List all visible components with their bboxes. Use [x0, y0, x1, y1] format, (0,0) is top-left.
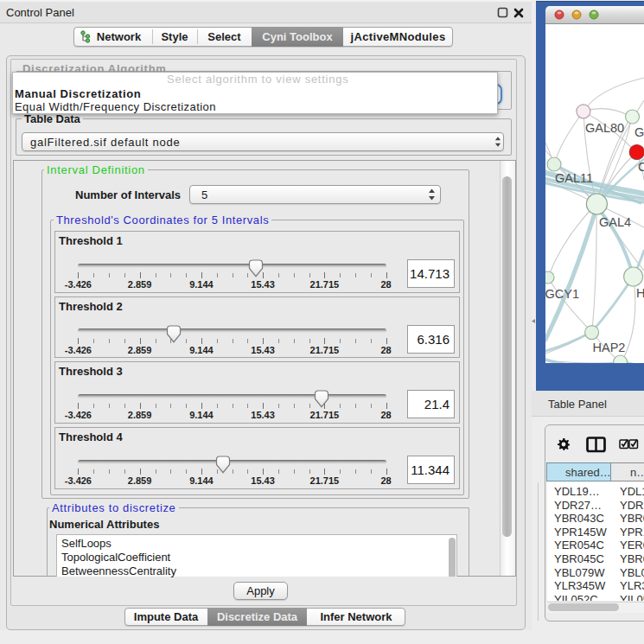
svg-text:C: C [638, 160, 644, 174]
svg-text:GCY1: GCY1 [545, 287, 579, 301]
svg-text:GAL11: GAL11 [555, 171, 593, 185]
svg-text:GAL4: GAL4 [599, 215, 631, 229]
svg-text:G.: G. [634, 125, 644, 139]
svg-text:H: H [636, 286, 644, 300]
svg-text:HAP2: HAP2 [593, 341, 626, 354]
svg-text:GAL80: GAL80 [585, 121, 624, 135]
